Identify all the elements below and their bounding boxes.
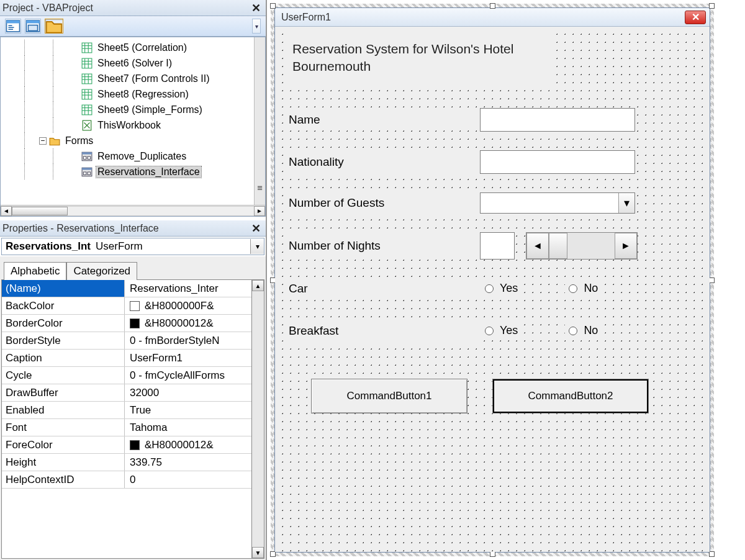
prop-enabled-value[interactable]: True bbox=[125, 402, 251, 418]
label-name[interactable]: Name bbox=[287, 109, 480, 130]
resize-handle-ne[interactable] bbox=[709, 3, 715, 9]
name-textbox[interactable] bbox=[480, 108, 635, 132]
scroll-left-icon[interactable]: ◄ bbox=[526, 233, 549, 259]
prop-forecolor-value[interactable]: &H80000012& bbox=[125, 436, 251, 453]
prop-bordercolor-value[interactable]: &H80000012& bbox=[125, 315, 251, 332]
prop-name-value[interactable]: Reservations_Inter bbox=[125, 280, 251, 297]
color-swatch-icon bbox=[130, 440, 140, 450]
userform-window[interactable]: UserForm1 ✕ Reservation System for Wilso… bbox=[274, 7, 710, 553]
heading-label[interactable]: Reservation System for Wilson's Hotel Bo… bbox=[287, 33, 554, 83]
properties-tabs: Alphabetic Categorized bbox=[0, 256, 266, 279]
scrollbar-thumb[interactable] bbox=[549, 233, 567, 259]
tree-item-sheet8[interactable]: Sheet8 (Regression) bbox=[96, 89, 190, 100]
prop-caption-label[interactable]: Caption bbox=[2, 350, 125, 366]
chevron-down-icon[interactable] bbox=[618, 193, 634, 213]
dropdown-icon[interactable] bbox=[250, 239, 264, 254]
nights-scrollbar[interactable]: ◄ ► bbox=[526, 232, 638, 260]
commandbutton2[interactable]: CommandButton2 bbox=[492, 379, 649, 413]
resize-handle-n[interactable] bbox=[490, 3, 495, 9]
properties-object-name: Reservations_Int bbox=[2, 238, 93, 255]
prop-cycle-label[interactable]: Cycle bbox=[2, 367, 125, 384]
prop-caption-value[interactable]: UserForm1 bbox=[125, 350, 251, 366]
prop-font-value[interactable]: Tahoma bbox=[125, 419, 251, 436]
scroll-right-icon[interactable]: ► bbox=[615, 233, 637, 259]
commandbutton1[interactable]: CommandButton1 bbox=[311, 379, 467, 413]
tree-item-thisworkbook[interactable]: ThisWorkbook bbox=[96, 120, 162, 131]
prop-height-label[interactable]: Height bbox=[2, 454, 125, 471]
car-yes-radio[interactable]: Yes bbox=[481, 280, 522, 297]
radio-icon bbox=[569, 284, 577, 293]
userform-titlebar[interactable]: UserForm1 ✕ bbox=[275, 8, 710, 27]
tab-alphabetic[interactable]: Alphabetic bbox=[4, 262, 66, 280]
tree-item-sheet9[interactable]: Sheet9 (Simple_Forms) bbox=[96, 104, 204, 115]
prop-cycle-value[interactable]: 0 - fmCycleAllForms bbox=[125, 367, 251, 384]
prop-bordercolor-label[interactable]: BorderColor bbox=[2, 315, 125, 332]
resize-handle-sw[interactable] bbox=[270, 551, 276, 557]
prop-backcolor-value[interactable]: &H8000000F& bbox=[125, 297, 251, 314]
tree-item-reservations-interface[interactable]: Reservations_Interface bbox=[96, 166, 201, 178]
workbook-icon bbox=[81, 120, 93, 131]
prop-height-value[interactable]: 339.75 bbox=[125, 454, 251, 471]
prop-borderstyle-value[interactable]: 0 - fmBorderStyleN bbox=[125, 332, 251, 349]
label-car[interactable]: Car bbox=[287, 278, 480, 299]
prop-name-label[interactable]: (Name) bbox=[2, 280, 125, 297]
svg-rect-35 bbox=[82, 152, 92, 154]
tree-item-sheet6[interactable]: Sheet6 (Solver I) bbox=[96, 58, 173, 69]
nights-textbox[interactable] bbox=[480, 232, 515, 260]
label-nationality[interactable]: Nationality bbox=[287, 151, 480, 173]
properties-grid[interactable]: (Name)Reservations_Inter BackColor&H8000… bbox=[1, 279, 252, 559]
project-panel-close-icon[interactable]: ✕ bbox=[249, 1, 263, 15]
tree-item-remove-duplicates[interactable]: Remove_Duplicates bbox=[96, 151, 187, 162]
radio-icon bbox=[485, 327, 494, 335]
project-panel-title: Project - VBAProject bbox=[2, 2, 93, 14]
prop-helpcontextid-value[interactable]: 0 bbox=[125, 471, 251, 488]
properties-object-selector[interactable]: Reservations_Int UserForm bbox=[1, 238, 264, 255]
project-horizontal-scrollbar[interactable]: ◄ ► bbox=[1, 205, 265, 216]
breakfast-no-radio[interactable]: No bbox=[565, 322, 602, 339]
tab-categorized[interactable]: Categorized bbox=[66, 262, 137, 280]
tree-item-sheet7[interactable]: Sheet7 (Form Controls II) bbox=[96, 73, 211, 84]
form-designer-canvas[interactable]: UserForm1 ✕ Reservation System for Wilso… bbox=[267, 0, 745, 560]
resize-handle-nw[interactable] bbox=[270, 3, 276, 9]
svg-rect-41 bbox=[88, 172, 91, 175]
toolbar-overflow-button[interactable] bbox=[252, 19, 261, 34]
properties-panel-close-icon[interactable]: ✕ bbox=[249, 222, 263, 235]
userform-selection-frame[interactable]: UserForm1 ✕ Reservation System for Wilso… bbox=[271, 4, 714, 556]
worksheet-icon bbox=[81, 73, 93, 84]
resize-handle-s[interactable] bbox=[490, 551, 495, 557]
resize-handle-se[interactable] bbox=[709, 551, 715, 557]
properties-vertical-scrollbar[interactable]: ▲ ▼ bbox=[252, 279, 264, 559]
prop-backcolor-label[interactable]: BackColor bbox=[2, 297, 125, 314]
prop-enabled-label[interactable]: Enabled bbox=[2, 402, 125, 418]
tree-item-sheet5[interactable]: Sheet5 (Correlation) bbox=[96, 42, 188, 53]
folder-icon bbox=[49, 135, 60, 147]
svg-rect-18 bbox=[82, 74, 92, 84]
userform-icon bbox=[81, 151, 93, 162]
breakfast-yes-radio[interactable]: Yes bbox=[481, 322, 522, 339]
prop-drawbuffer-label[interactable]: DrawBuffer bbox=[2, 384, 125, 401]
label-guests[interactable]: Number of Guests bbox=[287, 192, 480, 214]
project-vertical-scrollbar[interactable]: ≡ bbox=[254, 37, 265, 205]
guests-combobox[interactable] bbox=[480, 192, 635, 214]
prop-drawbuffer-value[interactable]: 32000 bbox=[125, 384, 251, 401]
view-object-button[interactable] bbox=[25, 19, 41, 34]
nationality-textbox[interactable] bbox=[480, 150, 635, 174]
tree-item-forms[interactable]: Forms bbox=[64, 135, 94, 147]
prop-borderstyle-label[interactable]: BorderStyle bbox=[2, 332, 125, 349]
label-nights[interactable]: Number of Nights bbox=[287, 235, 480, 256]
resize-handle-e[interactable] bbox=[709, 278, 715, 283]
prop-forecolor-label[interactable]: ForeColor bbox=[2, 436, 125, 453]
car-no-radio[interactable]: No bbox=[565, 280, 602, 297]
project-tree[interactable]: Sheet5 (Correlation) Sheet6 (Solver I) S… bbox=[0, 37, 266, 217]
radio-icon bbox=[569, 327, 577, 335]
prop-helpcontextid-label[interactable]: HelpContextID bbox=[2, 471, 125, 488]
prop-font-label[interactable]: Font bbox=[2, 419, 125, 436]
view-code-button[interactable] bbox=[5, 19, 21, 34]
label-breakfast[interactable]: Breakfast bbox=[287, 320, 480, 341]
toggle-folders-button[interactable] bbox=[45, 19, 63, 34]
tree-collapse-forms[interactable]: − bbox=[39, 137, 47, 145]
worksheet-icon bbox=[81, 58, 93, 69]
properties-panel-title: Properties - Reservations_Interface bbox=[2, 223, 159, 234]
userform-close-icon[interactable]: ✕ bbox=[685, 11, 706, 24]
properties-panel-titlebar: Properties - Reservations_Interface ✕ bbox=[0, 220, 266, 237]
